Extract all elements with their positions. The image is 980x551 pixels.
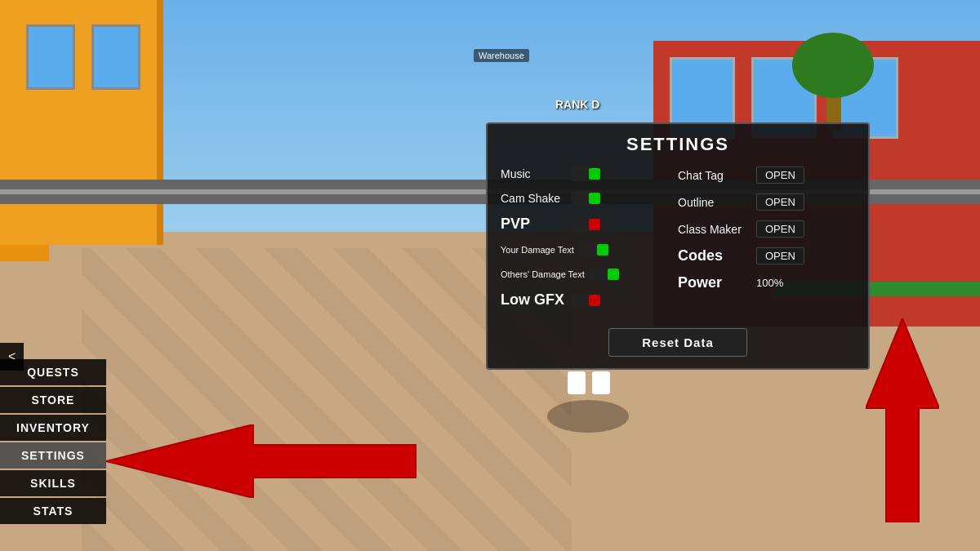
others-damage-toggle-dot — [608, 269, 619, 280]
tree-foliage — [792, 33, 874, 98]
svg-marker-0 — [106, 424, 416, 498]
class-maker-label: Class Maker — [678, 223, 751, 236]
pvp-toggle[interactable] — [571, 217, 602, 232]
your-damage-label: Your Damage Text — [501, 245, 574, 255]
reset-btn-row: Reset Data — [488, 320, 868, 368]
settings-left-col: Music Cam Shake PVP Your Damage Text — [501, 163, 678, 312]
svg-marker-1 — [866, 318, 939, 522]
pvp-toggle-dot — [589, 219, 600, 230]
setting-row-music: Music — [501, 163, 678, 184]
setting-row-class-maker: Class Maker OPEN — [678, 217, 855, 241]
your-damage-toggle[interactable] — [579, 242, 610, 257]
outline-label: Outline — [678, 196, 751, 209]
arrow-up-icon — [866, 318, 939, 522]
character — [568, 371, 610, 394]
setting-row-power: Power 100% — [678, 271, 855, 295]
power-label: Power — [678, 274, 751, 291]
setting-row-codes: Codes OPEN — [678, 244, 855, 268]
arrow-left-icon — [106, 424, 416, 498]
codes-label: Codes — [678, 247, 751, 264]
setting-row-chat-tag: Chat Tag OPEN — [678, 163, 855, 187]
nav-inventory-button[interactable]: INVENTORY — [0, 415, 106, 441]
setting-row-your-damage: Your Damage Text — [501, 239, 678, 260]
others-damage-toggle[interactable] — [590, 267, 621, 282]
low-gfx-toggle-dot — [589, 295, 600, 306]
chat-tag-open-button[interactable]: OPEN — [756, 167, 804, 184]
rank-label: RANK D — [555, 98, 599, 111]
setting-row-low-gfx: Low GFX — [501, 288, 678, 312]
music-toggle-dot — [589, 168, 600, 180]
nav-settings-button[interactable]: SETTINGS — [0, 442, 106, 469]
codes-open-button[interactable]: OPEN — [756, 247, 804, 264]
chat-tag-label: Chat Tag — [678, 169, 751, 182]
settings-right-col: Chat Tag OPEN Outline OPEN Class Maker O… — [678, 163, 855, 312]
others-damage-label: Others' Damage Text — [501, 269, 585, 279]
settings-grid: Music Cam Shake PVP Your Damage Text — [488, 163, 868, 320]
character-foot-right — [592, 371, 610, 394]
low-gfx-label: Low GFX — [501, 291, 566, 309]
setting-row-cam-shake: Cam Shake — [501, 188, 678, 209]
window — [26, 24, 75, 90]
nav-stats-button[interactable]: STATS — [0, 498, 106, 524]
setting-row-pvp: PVP — [501, 212, 678, 236]
class-maker-open-button[interactable]: OPEN — [756, 220, 804, 238]
cam-shake-label: Cam Shake — [501, 192, 566, 205]
left-nav: QUESTS STORE INVENTORY SETTINGS SKILLS S… — [0, 359, 106, 524]
pvp-label: PVP — [501, 216, 566, 233]
nav-quests-button[interactable]: QUESTS — [0, 359, 106, 385]
your-damage-toggle-dot — [597, 244, 608, 256]
settings-title: SETTINGS — [488, 124, 868, 163]
building-left — [0, 0, 163, 245]
nav-store-button[interactable]: STORE — [0, 387, 106, 413]
nav-skills-button[interactable]: SKILLS — [0, 470, 106, 496]
setting-row-others-damage: Others' Damage Text — [501, 264, 678, 285]
music-label: Music — [501, 167, 566, 180]
music-toggle[interactable] — [571, 167, 602, 181]
outline-open-button[interactable]: OPEN — [756, 193, 804, 211]
warehouse-sign: Warehouse — [474, 49, 529, 62]
cam-shake-toggle-dot — [589, 193, 600, 204]
character-foot-left — [568, 371, 586, 394]
reset-data-button[interactable]: Reset Data — [608, 328, 747, 357]
setting-row-outline: Outline OPEN — [678, 190, 855, 214]
window — [91, 24, 140, 90]
power-value: 100% — [756, 277, 783, 289]
cam-shake-toggle[interactable] — [571, 191, 602, 206]
character-shadow — [547, 400, 629, 433]
low-gfx-toggle[interactable] — [571, 293, 602, 308]
settings-panel: SETTINGS Music Cam Shake PVP — [486, 122, 870, 370]
